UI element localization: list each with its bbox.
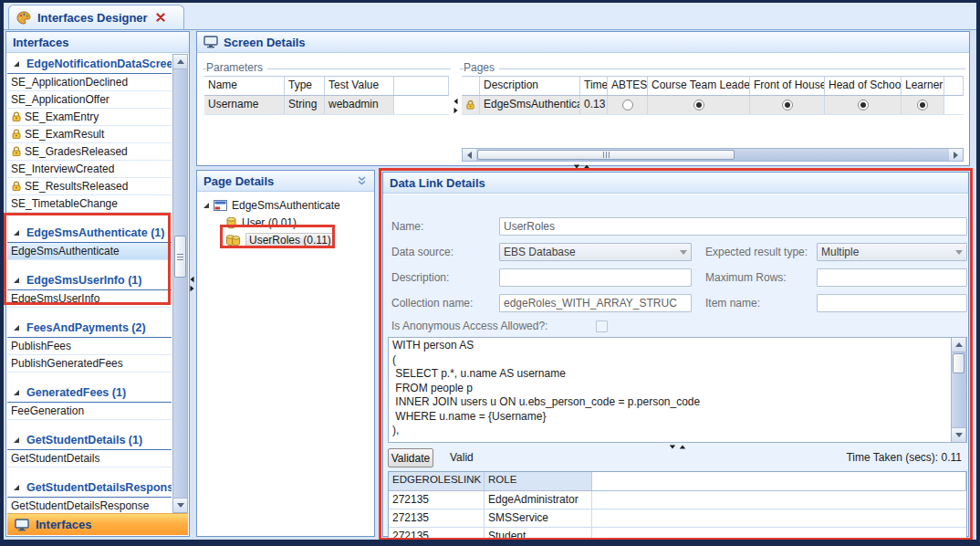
- column-header-head-of-school[interactable]: Head of School: [825, 77, 902, 95]
- column-header-type[interactable]: Type: [285, 77, 325, 95]
- column-header-edgeroleslink[interactable]: EDGEROLESLINK: [389, 472, 485, 490]
- expander-icon[interactable]: [14, 230, 19, 236]
- pages-cell-radio[interactable]: [902, 96, 944, 114]
- sidebar-item-se-applicationdeclined[interactable]: SE_ApplicationDeclined: [7, 74, 172, 91]
- sidebar-group-edgesmsauthenticate-1[interactable]: EdgeSmsAuthenticate (1): [7, 223, 172, 243]
- column-header-front-of-house[interactable]: Front of House: [750, 77, 825, 95]
- expander-icon[interactable]: [14, 485, 19, 490]
- pages-h-scrollbar[interactable]: [462, 148, 964, 162]
- radio-button[interactable]: [917, 100, 928, 110]
- sidebar-item-edgesmsauthenticate[interactable]: EdgeSmsAuthenticate: [7, 243, 172, 260]
- expander-icon[interactable]: [14, 278, 19, 283]
- results-cell[interactable]: 272135: [389, 491, 485, 509]
- expander-icon[interactable]: [203, 203, 209, 208]
- scrollbar-thumb[interactable]: [174, 236, 186, 278]
- radio-button[interactable]: [782, 100, 793, 110]
- anonymous-access-checkbox[interactable]: [596, 320, 608, 332]
- parameters-cell[interactable]: webadmin: [325, 96, 394, 114]
- interfaces-scrollbar[interactable]: [172, 54, 188, 513]
- sidebar-item-publishfees[interactable]: PublishFees: [7, 338, 172, 355]
- results-row[interactable]: 272135SMSService: [389, 509, 966, 528]
- collection-name-field[interactable]: [499, 294, 692, 312]
- sidebar-item-se-interviewcreated[interactable]: SE_InterviewCreated: [7, 161, 172, 178]
- scroll-left-icon[interactable]: [463, 149, 476, 161]
- column-header-learner[interactable]: Learner: [902, 77, 944, 95]
- column-header-name[interactable]: Name: [204, 77, 285, 95]
- data-source-select[interactable]: EBS Database: [499, 243, 692, 261]
- description-field[interactable]: [499, 268, 692, 287]
- sidebar-group-edgenotificationdatascree[interactable]: EdgeNotificationDataScree: [7, 54, 172, 74]
- column-header-course-team-leader[interactable]: Course Team Leader: [648, 77, 750, 95]
- sidebar-item-se-examentry[interactable]: SE_ExamEntry: [7, 109, 172, 126]
- table-row[interactable]: UsernameStringwebadmin: [204, 96, 449, 115]
- results-cell[interactable]: 272135: [389, 509, 485, 527]
- sidebar-item-feegeneration[interactable]: FeeGeneration: [7, 403, 172, 420]
- sidebar-group-generatedfees-1[interactable]: GeneratedFees (1): [7, 383, 172, 403]
- expander-icon[interactable]: [14, 61, 19, 67]
- radio-button[interactable]: [622, 100, 633, 110]
- sidebar-item-se-resultsreleased[interactable]: SE_ResultsReleased: [7, 178, 172, 195]
- scroll-up-icon[interactable]: [173, 55, 187, 69]
- sidebar-item-se-applicationoffer[interactable]: SE_ApplicationOffer: [7, 91, 172, 109]
- pages-cell-time[interactable]: 0.13: [580, 96, 608, 114]
- results-row[interactable]: 272135EdgeAdministrator: [389, 491, 966, 509]
- results-row[interactable]: 272135Student: [389, 528, 966, 540]
- column-header-abtest[interactable]: ABTEST: [608, 77, 648, 95]
- sidebar-group-getstudentdetailsresponse[interactable]: GetStudentDetailsResponse: [7, 478, 172, 498]
- interfaces-footer-button[interactable]: Interfaces: [7, 513, 188, 535]
- column-header-time[interactable]: Time: [580, 77, 608, 95]
- expander-icon[interactable]: [14, 437, 19, 443]
- parameters-cell[interactable]: String: [285, 96, 325, 114]
- expander-icon[interactable]: [14, 390, 19, 395]
- sidebar-item-publishgeneratedfees[interactable]: PublishGeneratedFees: [7, 355, 172, 373]
- sidebar-group-feesandpayments-2[interactable]: FeesAndPayments (2): [7, 318, 172, 338]
- scroll-down-icon[interactable]: [173, 498, 187, 512]
- sidebar-item-getstudentdetails[interactable]: GetStudentDetails: [7, 450, 172, 467]
- sidebar-item-edgesmsuserinfo[interactable]: EdgeSmsUserInfo: [7, 290, 172, 308]
- sidebar-group-edgesmsuserinfo-1[interactable]: EdgeSmsUserInfo (1): [7, 270, 172, 290]
- sql-text[interactable]: WITH person AS ( SELECT p.*, u.name AS u…: [392, 339, 948, 441]
- scrollbar-thumb[interactable]: [477, 150, 735, 160]
- radio-button[interactable]: [693, 100, 704, 110]
- close-icon[interactable]: [156, 13, 165, 22]
- pages-cell-description[interactable]: EdgeSmsAuthenticate: [480, 96, 580, 114]
- tab-interfaces-designer[interactable]: Interfaces Designer: [8, 5, 184, 29]
- sidebar-splitter[interactable]: [190, 276, 194, 292]
- name-field[interactable]: [499, 217, 967, 236]
- sql-editor[interactable]: WITH person AS ( SELECT p.*, u.name AS u…: [388, 337, 967, 443]
- sidebar-group-getstudentdetails-1[interactable]: GetStudentDetails (1): [7, 430, 172, 450]
- pages-cell-radio[interactable]: [750, 96, 825, 114]
- pages-cell-radio[interactable]: [648, 96, 750, 114]
- expected-result-type-select[interactable]: Multiple: [817, 243, 967, 261]
- horizontal-splitter[interactable]: [573, 164, 590, 169]
- results-cell[interactable]: Student: [485, 528, 592, 540]
- collapse-chevron-icon[interactable]: [356, 175, 368, 186]
- sidebar-item-se-examresult[interactable]: SE_ExamResult: [7, 126, 172, 143]
- column-header-test-value[interactable]: Test Value: [325, 77, 394, 95]
- results-cell[interactable]: SMSService: [485, 509, 592, 527]
- column-header-role[interactable]: ROLE: [485, 472, 592, 490]
- scroll-down-icon[interactable]: [952, 427, 965, 442]
- expander-icon[interactable]: [14, 325, 19, 331]
- sql-scrollbar[interactable]: [951, 338, 966, 442]
- tree-node-edgesmsauthenticate[interactable]: EdgeSmsAuthenticate: [198, 196, 373, 214]
- scroll-right-icon[interactable]: [949, 149, 963, 161]
- results-cell[interactable]: 272135: [389, 528, 485, 540]
- maximum-rows-field[interactable]: [817, 268, 967, 287]
- radio-button[interactable]: [858, 100, 869, 110]
- sidebar-item-se-timetablechange[interactable]: SE_TimetableChange: [7, 195, 172, 213]
- results-cell[interactable]: EdgeAdministrator: [485, 491, 592, 509]
- item-name-field[interactable]: [817, 294, 967, 312]
- pages-cell-radio[interactable]: [825, 96, 902, 114]
- scroll-up-icon[interactable]: [952, 338, 965, 352]
- column-header-description[interactable]: Description: [480, 77, 580, 95]
- parameters-pages-splitter[interactable]: [454, 98, 458, 114]
- tree-node-user-0-01[interactable]: User (0.01): [198, 214, 373, 231]
- sidebar-item-se-gradesreleased[interactable]: SE_GradesReleased: [7, 143, 172, 161]
- parameters-cell[interactable]: Username: [204, 96, 285, 114]
- sql-splitter-grip[interactable]: [669, 445, 686, 449]
- scrollbar-thumb[interactable]: [953, 353, 964, 373]
- pages-cell-radio[interactable]: [608, 96, 648, 114]
- tree-node-userroles-0-11[interactable]: UserRoles (0.11): [198, 231, 373, 248]
- validate-button[interactable]: Validate: [388, 448, 433, 467]
